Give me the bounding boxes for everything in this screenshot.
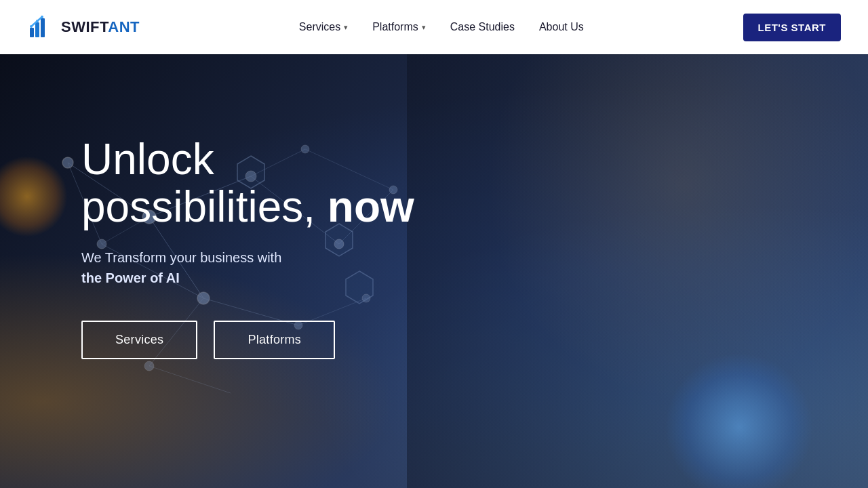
hero-services-button[interactable]: Services	[81, 321, 197, 359]
navbar: SWIFTANT Services ▾ Platforms ▾ Case Stu…	[0, 0, 868, 54]
platforms-dropdown-arrow: ▾	[422, 23, 426, 32]
headline-now: now	[328, 182, 414, 231]
hero-section: Unlock possibilities, now We Transform y…	[0, 54, 868, 488]
headline-possibilities: possibilities,	[81, 182, 328, 231]
hero-content: Unlock possibilities, now We Transform y…	[0, 54, 475, 359]
svg-rect-1	[35, 22, 39, 37]
logo-text: SWIFTANT	[61, 18, 140, 36]
headline-unlock: Unlock	[81, 135, 214, 184]
svg-rect-2	[41, 18, 45, 37]
svg-point-3	[30, 25, 33, 28]
nav-link-case-studies[interactable]: Case Studies	[450, 21, 515, 33]
svg-point-5	[41, 16, 43, 18]
svg-point-32	[144, 361, 154, 371]
nav-link-platforms[interactable]: Platforms ▾	[372, 21, 426, 33]
subtext-line2: the Power of AI	[81, 270, 180, 285]
nav-item-about-us[interactable]: About Us	[539, 21, 584, 33]
svg-line-19	[149, 366, 231, 393]
services-dropdown-arrow: ▾	[344, 23, 348, 32]
nav-links: Services ▾ Platforms ▾ Case Studies Abou…	[299, 21, 584, 33]
nav-item-platforms[interactable]: Platforms ▾	[372, 21, 426, 33]
nav-item-case-studies[interactable]: Case Studies	[450, 21, 515, 33]
logo-icon	[27, 13, 56, 41]
nav-item-services[interactable]: Services ▾	[299, 21, 348, 33]
logo[interactable]: SWIFTANT	[27, 13, 140, 41]
hero-headline: Unlock possibilities, now	[81, 136, 475, 231]
lets-start-button[interactable]: LET'S START	[743, 14, 841, 41]
nav-link-about-us[interactable]: About Us	[539, 21, 584, 33]
hero-platforms-button[interactable]: Platforms	[214, 321, 335, 359]
hero-buttons: Services Platforms	[81, 321, 475, 359]
hero-subtext: We Transform your business with the Powe…	[81, 247, 434, 288]
nav-link-services[interactable]: Services ▾	[299, 21, 348, 33]
subtext-line1: We Transform your business with	[81, 250, 281, 265]
svg-rect-0	[30, 28, 34, 37]
svg-point-4	[36, 20, 39, 22]
